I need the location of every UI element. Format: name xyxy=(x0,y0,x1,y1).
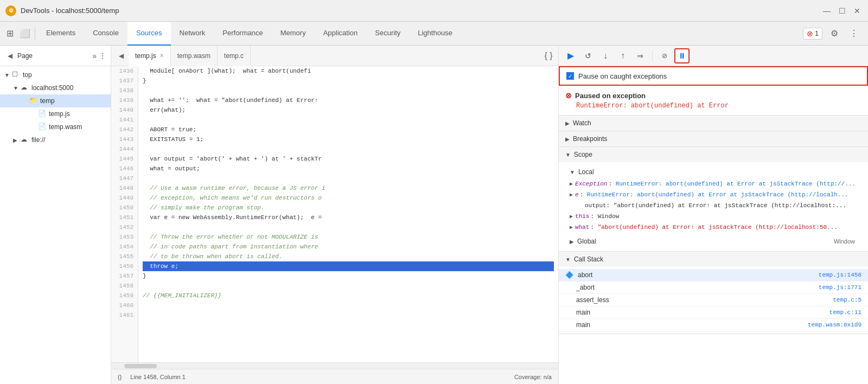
step-over-button[interactable]: ↺ xyxy=(580,48,596,63)
editor-tab-close-tempjs[interactable]: ✕ xyxy=(159,53,164,59)
exception-message: RuntimeError: abort(undefined) at Error xyxy=(565,102,861,110)
line-number-1453: 1453 xyxy=(111,232,138,242)
call-stack-header[interactable]: ▼ Call Stack xyxy=(559,252,868,267)
tab-application[interactable]: Application xyxy=(315,22,367,46)
global-scope-label: Global xyxy=(577,238,596,245)
editor-tab-tempjs[interactable]: temp.js ✕ xyxy=(129,46,171,66)
call-stack-item-assert_less[interactable]: assert_less temp.c:5 xyxy=(559,294,868,306)
exception-banner: ⊗ Paused on exception RuntimeError: abor… xyxy=(559,86,868,116)
scroll-thumb[interactable] xyxy=(124,364,157,368)
main-tab-bar: ⊞ ⬜ Elements Console Sources Network Per… xyxy=(0,22,868,46)
editor-tab-tempwasm[interactable]: temp.wasm xyxy=(171,46,218,66)
tab-memory[interactable]: Memory xyxy=(272,22,315,46)
tab-elements[interactable]: Elements xyxy=(37,22,84,46)
code-line-1452 xyxy=(143,222,554,232)
tab-console[interactable]: Console xyxy=(84,22,127,46)
tree-item-tempwasm[interactable]: 📄 temp.wasm xyxy=(0,120,111,133)
scope-colon-e: : xyxy=(580,191,587,198)
pretty-print-button[interactable]: { } xyxy=(541,48,556,63)
scope-section-header[interactable]: ▼ Scope xyxy=(559,147,868,162)
scope-item-what[interactable]: ▶ what : "abort(undefined) at Error↑ at … xyxy=(559,223,868,234)
scope-item-e-output: output: "abort(undefined) at Error↑ at j… xyxy=(559,201,868,212)
stack-name-main2: main xyxy=(565,321,808,329)
code-line-1459: // {{MEM_INITIALIZER}} xyxy=(143,291,554,300)
breakpoints-label: Breakpoints xyxy=(573,135,607,143)
scope-item-exception[interactable]: ▶ Exception : RuntimeError: abort(undefi… xyxy=(559,180,868,190)
tree-item-temp[interactable]: 📁 temp xyxy=(0,94,111,107)
file-icon-tempwasm: 📄 xyxy=(38,123,47,131)
breakpoints-section-header[interactable]: ▶ Breakpoints xyxy=(559,131,868,146)
editor-nav-back-icon[interactable]: ◀ xyxy=(113,48,129,63)
devtools-menu-icon[interactable]: ⊞ xyxy=(2,26,17,41)
sidebar-more-icon[interactable]: ⋮ xyxy=(99,52,106,60)
line-number-1457: 1457 xyxy=(111,271,138,281)
code-lines[interactable]: Module[ onAbort ](what); what = abort(un… xyxy=(138,66,558,362)
step-into-button[interactable]: ↓ xyxy=(598,48,613,63)
line-number-1446: 1446 xyxy=(111,164,138,174)
scope-arrow-e[interactable]: ▶ xyxy=(570,191,573,198)
sidebar-chevron-icon[interactable]: » xyxy=(92,52,97,60)
call-stack-item-main2[interactable]: main temp.wasm:0x1d9 xyxy=(559,319,868,331)
exception-title: ⊗ Paused on exception xyxy=(565,91,861,100)
tree-item-top[interactable]: ▼ ☐ top xyxy=(0,68,111,81)
maximize-button[interactable]: ☐ xyxy=(837,5,847,16)
call-stack-item-main1[interactable]: main temp.c:11 xyxy=(559,306,868,319)
main-area: ◀ Page » ⋮ ▼ ☐ top ▼ ☁ localhost:5000 xyxy=(0,46,868,384)
tree-arrow-file: ▶ xyxy=(13,137,21,143)
scope-arrow-what[interactable]: ▶ xyxy=(570,224,573,231)
blackbox-button[interactable]: ⊘ xyxy=(657,48,672,63)
sidebar-back-icon[interactable]: ◀ xyxy=(4,50,15,61)
tab-sources[interactable]: Sources xyxy=(127,22,171,46)
folder-icon-temp: 📁 xyxy=(29,97,38,105)
stack-name-abort: abort xyxy=(578,271,819,279)
tab-lighthouse[interactable]: Lighthouse xyxy=(409,22,461,46)
step-button[interactable]: ⇒ xyxy=(633,48,648,63)
code-line-1439: what += ''; what = "abort(undefined) at … xyxy=(143,95,554,105)
settings-button[interactable]: ⚙ xyxy=(827,26,842,41)
code-scroll[interactable]: 1436143714381439144014411442144314441445… xyxy=(111,66,558,362)
local-scope-header[interactable]: ▼ Local xyxy=(559,164,868,180)
scope-arrow-exception[interactable]: ▶ xyxy=(570,181,573,187)
breakpoints-arrow-icon: ▶ xyxy=(565,136,570,142)
tree-label-tempjs: temp.js xyxy=(49,110,70,118)
tab-performance[interactable]: Performance xyxy=(214,22,271,46)
scope-arrow-this[interactable]: ▶ xyxy=(570,213,573,220)
call-stack-item-abort[interactable]: 🔷 abort temp.js:1456 xyxy=(559,269,868,281)
minimize-button[interactable]: — xyxy=(821,5,832,16)
scope-key-e: e xyxy=(575,191,579,198)
tab-security[interactable]: Security xyxy=(366,22,409,46)
watch-section-header[interactable]: ▶ Watch xyxy=(559,116,868,131)
code-line-1460 xyxy=(143,300,554,310)
line-number-1460: 1460 xyxy=(111,300,138,310)
code-line-1445: var output = 'abort(' + what + ') at ' +… xyxy=(143,154,554,164)
global-scope-header[interactable]: ▶ Global Window xyxy=(559,234,868,249)
tree-item-tempjs[interactable]: 📄 temp.js xyxy=(0,107,111,120)
scope-key-exception: Exception xyxy=(575,181,607,187)
step-out-button[interactable]: ↑ xyxy=(615,48,630,63)
dock-icon[interactable]: ⬜ xyxy=(17,26,33,41)
local-scope-arrow-icon: ▼ xyxy=(570,169,575,175)
scope-item-e[interactable]: ▶ e : RuntimeError: abort(undefined) at … xyxy=(559,190,868,201)
tree-label-top: top xyxy=(23,71,32,79)
tree-item-file[interactable]: ▶ ☁ file:// xyxy=(0,133,111,146)
editor-tab-tempc[interactable]: temp.c xyxy=(218,46,251,66)
pause-exceptions-bar: ✓ Pause on caught exceptions xyxy=(559,66,868,86)
close-button[interactable]: ✕ xyxy=(852,5,863,16)
stack-name-main1: main xyxy=(565,309,829,316)
scope-colon-exception: : xyxy=(608,181,615,187)
tree-label-localhost: localhost:5000 xyxy=(31,84,73,92)
file-tree: ▼ ☐ top ▼ ☁ localhost:5000 📁 temp 📄 temp… xyxy=(0,66,111,384)
pretty-print-icon[interactable]: {} xyxy=(118,374,122,380)
more-button[interactable]: ⋮ xyxy=(846,26,861,41)
resume-button[interactable]: ▶ xyxy=(563,48,578,63)
horizontal-scrollbar[interactable] xyxy=(111,362,558,369)
right-panel-scrollable[interactable]: ⊗ Paused on exception RuntimeError: abor… xyxy=(559,86,868,384)
error-badge[interactable]: ⊗ 1 xyxy=(803,28,822,40)
cloud-icon-localhost: ☁ xyxy=(21,84,29,92)
pause-exceptions-checkbox[interactable]: ✓ xyxy=(566,72,574,80)
tree-item-localhost[interactable]: ▼ ☁ localhost:5000 xyxy=(0,81,111,94)
pause-exceptions-button[interactable]: ⏸ xyxy=(674,48,690,63)
call-stack-item-_abort[interactable]: _abort temp.js:1771 xyxy=(559,281,868,294)
scope-item-this[interactable]: ▶ this : Window xyxy=(559,212,868,223)
tab-network[interactable]: Network xyxy=(171,22,214,46)
